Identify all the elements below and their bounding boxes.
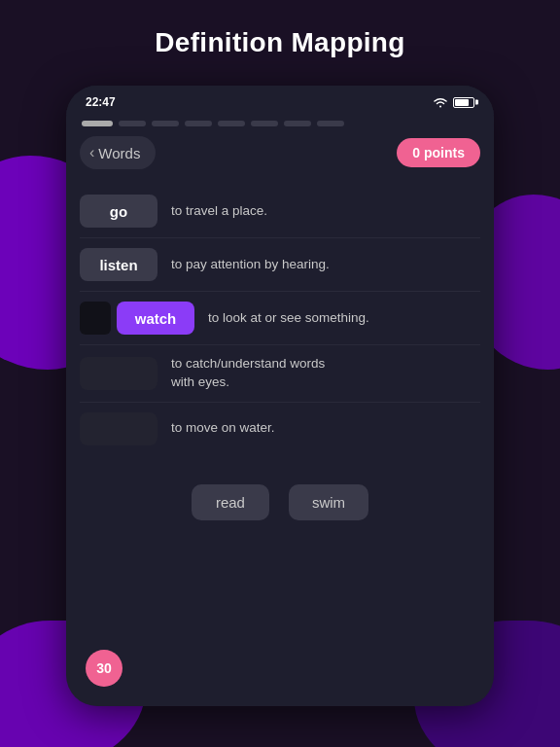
nav-bar: ‹ Words 0 points (80, 136, 480, 169)
word-button-read[interactable]: read (192, 484, 269, 520)
progress-bar (66, 115, 494, 136)
status-time: 22:47 (86, 95, 116, 109)
word-chip-empty-1[interactable] (80, 357, 158, 390)
word-chip-empty-2[interactable] (80, 412, 158, 445)
progress-dot-2 (119, 121, 146, 126)
progress-dot-4 (185, 121, 212, 126)
timer-badge: 30 (86, 650, 122, 687)
progress-dot-6 (251, 121, 278, 126)
bottom-words: read swim (80, 484, 480, 520)
wifi-icon (433, 96, 448, 108)
status-icons (433, 96, 474, 108)
word-chip-label: listen (99, 257, 137, 273)
device-frame: 22:47 ‹ Words (66, 86, 494, 706)
definition-text: to catch/understand wordswith eyes. (171, 355, 480, 392)
word-chip-watch[interactable]: watch (117, 302, 194, 335)
word-row: to move on water. (80, 403, 480, 455)
word-row: to catch/understand wordswith eyes. (80, 345, 480, 403)
progress-dot-1 (82, 121, 113, 126)
word-button-swim[interactable]: swim (289, 484, 368, 520)
word-chip-label: go (110, 203, 127, 220)
progress-dot-8 (317, 121, 344, 126)
content-area: ‹ Words 0 points go to travel a place. l… (66, 136, 494, 520)
definition-text: to pay attention by hearing. (171, 256, 480, 274)
word-rows: go to travel a place. listen to pay atte… (80, 185, 480, 455)
back-label: Words (98, 145, 140, 161)
dark-placeholder-box (80, 302, 111, 335)
word-row: go to travel a place. (80, 185, 480, 238)
progress-dot-5 (218, 121, 245, 126)
back-chevron-icon: ‹ (89, 144, 94, 161)
definition-text: to move on water. (171, 419, 480, 438)
word-chip-go[interactable]: go (80, 195, 158, 228)
word-chip-label: watch (135, 310, 177, 327)
page-title: Definition Mapping (0, 27, 560, 58)
word-chip-listen[interactable]: listen (80, 248, 158, 281)
word-row: listen to pay attention by hearing. (80, 238, 480, 292)
definition-text: to travel a place. (171, 202, 480, 221)
back-button[interactable]: ‹ Words (80, 136, 156, 169)
word-row: watch to look at or see something. (80, 292, 480, 345)
battery-icon (453, 97, 474, 108)
definition-text: to look at or see something. (208, 309, 480, 328)
progress-dot-7 (284, 121, 311, 126)
progress-dot-3 (152, 121, 179, 126)
points-badge: 0 points (397, 138, 480, 167)
status-bar: 22:47 (66, 86, 494, 115)
